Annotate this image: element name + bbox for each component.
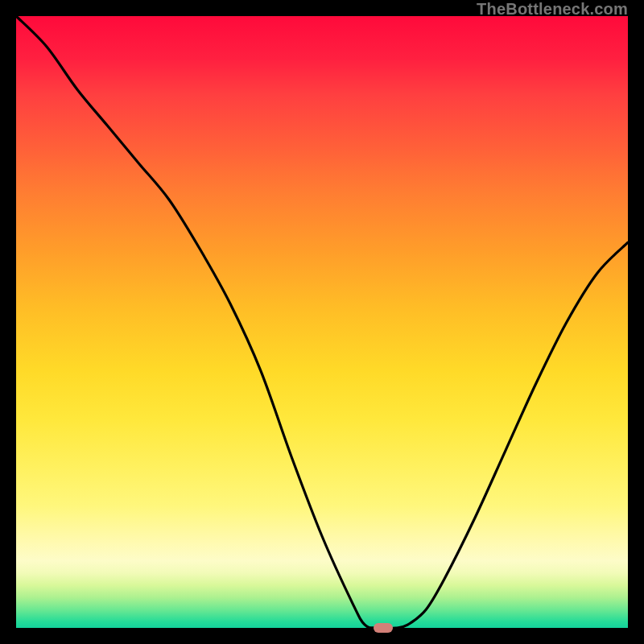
- watermark-label: TheBottleneck.com: [477, 0, 628, 19]
- bottleneck-curve: [16, 16, 628, 628]
- chart-frame: TheBottleneck.com: [0, 0, 644, 644]
- optimal-marker: [374, 623, 393, 633]
